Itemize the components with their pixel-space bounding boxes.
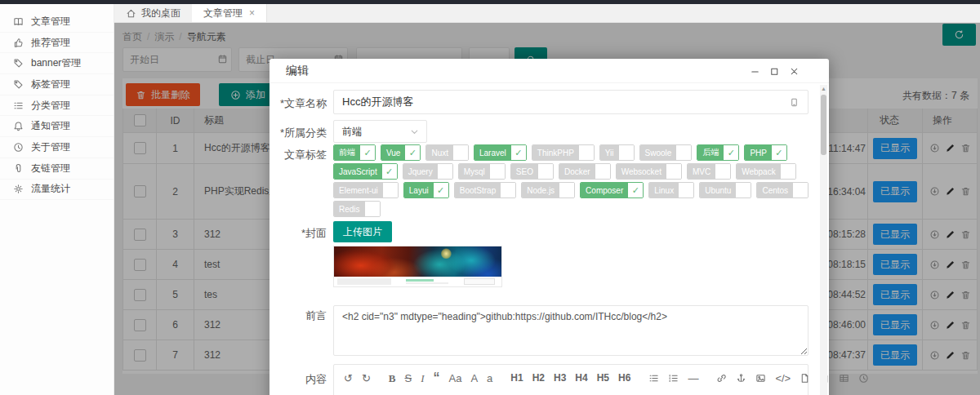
tag-label: Composer xyxy=(581,183,628,198)
tag-checkbox[interactable]: Centos xyxy=(756,182,808,198)
tag-check-icon xyxy=(559,183,574,198)
tag-checkbox[interactable]: Yii xyxy=(599,144,635,161)
category-value: 前端 xyxy=(342,125,362,139)
sidebar-item[interactable]: 推荐管理 xyxy=(0,33,114,54)
tag-checkbox[interactable]: SEO xyxy=(510,163,554,180)
tag-checkbox[interactable]: Swoole xyxy=(639,144,693,161)
uppercase-icon[interactable]: A xyxy=(470,373,478,384)
tag-checkbox[interactable]: Composer✓ xyxy=(580,182,644,198)
tag-label: PHP xyxy=(745,145,772,160)
sidebar-item[interactable]: 关于管理 xyxy=(0,137,114,158)
tag-checkbox[interactable]: Layui✓ xyxy=(403,182,449,198)
bold-icon[interactable]: B xyxy=(389,373,396,384)
sidebar: 文章管理推荐管理banner管理标签管理分类管理通知管理关于管理友链管理流量统计 xyxy=(0,4,114,395)
tag-label: 后端 xyxy=(697,145,724,160)
quote-icon[interactable]: “ xyxy=(434,371,440,384)
tag-label: Webpack xyxy=(737,164,781,179)
tag-check-icon: ✓ xyxy=(405,145,420,160)
h3-icon[interactable]: H3 xyxy=(554,373,566,383)
table-icon[interactable] xyxy=(839,373,849,384)
minimize-icon[interactable] xyxy=(750,66,760,77)
foreword-textarea[interactable]: <h2 cid="n3" mdtype="heading">github:htt… xyxy=(333,305,808,356)
link-icon[interactable] xyxy=(716,373,727,384)
tag-label: Swoole xyxy=(640,145,677,160)
tag-check-icon xyxy=(595,164,610,179)
file-import-icon[interactable] xyxy=(800,373,810,384)
modal-scrollbar[interactable]: ▲ xyxy=(820,85,827,395)
sidebar-item[interactable]: 流量统计 xyxy=(0,180,114,201)
sidebar-item[interactable]: 分类管理 xyxy=(0,95,114,117)
close-icon[interactable] xyxy=(789,66,800,77)
sidebar-item-label: banner管理 xyxy=(31,56,81,70)
tag-checkbox[interactable]: JavaScript✓ xyxy=(333,163,398,180)
tag-check-icon: ✓ xyxy=(360,145,375,160)
sidebar-item[interactable]: 文章管理 xyxy=(0,11,114,33)
sidebar-item[interactable]: banner管理 xyxy=(0,53,114,74)
tab[interactable]: 我的桌面 xyxy=(114,4,192,22)
sidebar-item[interactable]: 友链管理 xyxy=(0,158,114,180)
tab-close-icon[interactable]: × xyxy=(249,7,255,19)
tags-label: 文章标签 xyxy=(276,148,327,162)
italic-icon[interactable]: I xyxy=(421,373,424,384)
tag-label: Centos xyxy=(757,183,793,198)
tab[interactable]: 文章管理× xyxy=(192,4,267,22)
tag-checkbox[interactable]: 后端✓ xyxy=(697,144,739,161)
home-icon xyxy=(126,8,136,19)
tag-label: Jquery xyxy=(403,164,438,179)
image-icon[interactable] xyxy=(755,373,766,384)
sidebar-item[interactable]: 标签管理 xyxy=(0,74,114,95)
tag-checkbox[interactable]: Webpack xyxy=(736,163,796,180)
tag-checkbox[interactable]: Nuxt xyxy=(425,144,469,161)
article-name-input[interactable] xyxy=(333,90,808,114)
tag-checkbox[interactable]: BootStrap xyxy=(454,182,516,198)
category-select[interactable]: 前端 xyxy=(333,120,427,143)
tag-checkbox[interactable]: Node.js xyxy=(521,182,575,198)
h6-icon[interactable]: H6 xyxy=(618,373,630,383)
tag-checkbox[interactable]: Laravel✓ xyxy=(474,144,527,161)
tag-check-icon xyxy=(538,164,553,179)
tag-checkbox[interactable]: Redis xyxy=(333,201,381,217)
redo-icon[interactable]: ↻ xyxy=(362,373,371,384)
code-icon[interactable]: </> xyxy=(775,373,791,384)
tag-checkbox[interactable]: PHP✓ xyxy=(744,144,787,161)
tag-checkbox[interactable]: Vue✓ xyxy=(381,144,421,161)
h5-icon[interactable]: H5 xyxy=(597,373,609,383)
scroll-up-icon[interactable]: ▲ xyxy=(820,85,827,93)
h4-icon[interactable]: H4 xyxy=(575,373,587,383)
cover-label: *封面 xyxy=(276,226,327,241)
tag-checkbox[interactable]: Websocket xyxy=(616,163,682,180)
ordered-list-icon[interactable] xyxy=(668,373,679,384)
unordered-list-icon[interactable] xyxy=(648,373,659,384)
tag-check-icon xyxy=(453,145,468,160)
tag-checkbox[interactable]: Docker xyxy=(559,163,611,180)
h2-icon[interactable]: H2 xyxy=(532,373,545,383)
history-icon[interactable] xyxy=(858,373,869,384)
tag-label: Nuxt xyxy=(426,145,453,160)
tag-row: Element-uiLayui✓BootStrapNode.jsComposer… xyxy=(333,182,815,198)
tag-checkbox[interactable]: ThinkPHP xyxy=(532,144,595,161)
maximize-icon[interactable] xyxy=(769,66,780,77)
tag-checkbox[interactable]: Linux xyxy=(648,182,694,198)
h1-icon[interactable]: H1 xyxy=(510,373,523,383)
upload-image-button[interactable]: 上传图片 xyxy=(333,221,392,242)
tag-checkbox[interactable]: Mysql xyxy=(458,163,506,180)
tag-check-icon xyxy=(619,145,634,160)
font-size-icon[interactable]: Aa xyxy=(449,373,462,384)
strikethrough-icon[interactable]: S xyxy=(404,373,412,384)
chevron-down-icon xyxy=(409,126,420,137)
horizontal-rule-icon[interactable]: — xyxy=(688,373,698,384)
tag-check-icon: ✓ xyxy=(382,164,397,179)
tag-checkbox[interactable]: Ubuntu xyxy=(699,182,751,198)
undo-icon[interactable]: ↺ xyxy=(344,373,353,384)
anchor-icon[interactable] xyxy=(736,373,746,384)
tag-label: Linux xyxy=(649,183,679,198)
tag-checkbox[interactable]: Jquery xyxy=(403,163,453,180)
sidebar-item[interactable]: 通知管理 xyxy=(0,116,114,137)
tag-checkbox[interactable]: MVC xyxy=(687,163,731,180)
tag-checkbox[interactable]: 前端✓ xyxy=(333,144,376,161)
scrollbar-thumb[interactable] xyxy=(821,95,826,155)
tag-check-icon xyxy=(736,183,751,198)
sidebar-item-label: 文章管理 xyxy=(31,15,70,29)
tag-checkbox[interactable]: Element-ui xyxy=(333,182,399,198)
lowercase-icon[interactable]: a xyxy=(487,373,492,384)
